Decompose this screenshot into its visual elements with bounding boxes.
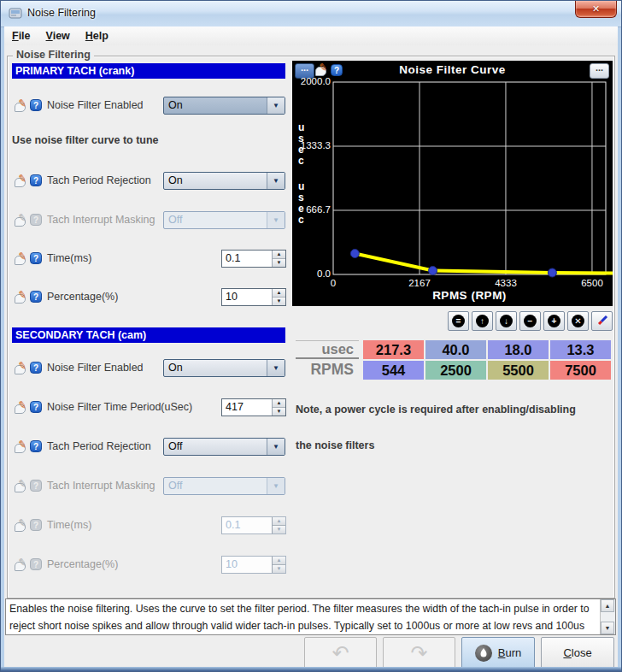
spin-up-icon: ▲ (273, 517, 285, 526)
edit-icon[interactable] (15, 100, 27, 112)
scroll-down-icon[interactable]: ▼ (601, 622, 614, 634)
shift-up-button[interactable]: ↑ (472, 311, 493, 331)
combo-value: On (168, 362, 183, 374)
row-primary-tach-interrupt-masking: ? Tach Interrupt Masking Off ▼ (12, 211, 290, 230)
help-icon: ? (30, 558, 42, 570)
curve-plot[interactable] (292, 61, 613, 306)
chevron-down-icon: ▼ (267, 360, 285, 376)
noise-filter-curve-chart[interactable]: Noise Filter Curve ... ? ... usec usec 2… (292, 61, 613, 306)
combo-value: On (168, 174, 183, 186)
spinner-value: 0.1 (226, 252, 240, 264)
arrow-down-icon: ↓ (500, 315, 513, 327)
menu-view[interactable]: View (38, 28, 78, 44)
usec-cell[interactable]: 13.3 (550, 340, 611, 359)
help-icon: ? (30, 214, 42, 226)
primary-time-spinner[interactable]: 0.1 ▲▼ (221, 250, 286, 268)
noise-filtering-window: Noise Filtering ✕ File View Help Noise F… (0, 0, 622, 672)
chevron-down-icon: ▼ (267, 439, 285, 455)
secondary-noise-filter-time-period-spinner[interactable]: 417 ▲▼ (221, 398, 286, 416)
close-label: Close (563, 646, 591, 659)
usec-cell[interactable]: 40.0 (425, 340, 486, 359)
primary-noise-filter-enabled-combo[interactable]: On ▼ (163, 97, 285, 115)
row-secondary-time: ? Time(ms) 0.1 ▲▼ (12, 516, 290, 535)
help-icon[interactable]: ? (30, 99, 42, 111)
help-icon: ? (30, 519, 42, 531)
edit-icon[interactable] (15, 253, 27, 265)
row-header-rpms: RPMS (296, 361, 359, 380)
edit-icon[interactable] (15, 292, 27, 304)
equalize-button[interactable]: = (448, 311, 469, 331)
decrement-button[interactable]: − (519, 311, 541, 331)
help-icon[interactable]: ? (30, 440, 42, 452)
clear-button[interactable]: ✕ (567, 311, 589, 331)
title-bar[interactable]: Noise Filtering ✕ (1, 1, 621, 27)
secondary-tach-interrupt-masking-combo: Off ▼ (163, 477, 285, 495)
close-icon: ✕ (592, 3, 600, 14)
x-tick: 6500 (566, 278, 618, 288)
edit-icon[interactable] (15, 363, 27, 374)
window-title: Noise Filtering (27, 7, 96, 19)
burn-label: Burn (498, 646, 521, 659)
help-icon[interactable]: ? (30, 291, 42, 303)
row-header-usec: usec (296, 340, 359, 359)
scroll-up-icon[interactable]: ▲ (601, 599, 614, 612)
spin-up-icon[interactable]: ▲ (273, 289, 285, 298)
help-icon[interactable]: ? (30, 252, 42, 264)
secondary-noise-filter-enabled-combo[interactable]: On ▼ (163, 359, 285, 377)
rpms-cell[interactable]: 5500 (488, 361, 549, 380)
burn-button[interactable]: Burn (461, 637, 535, 669)
field-label: Noise Filter Time Period(uSec) (47, 401, 192, 413)
spin-up-icon[interactable]: ▲ (273, 251, 285, 259)
spin-down-icon[interactable]: ▼ (273, 298, 285, 305)
rpms-cell[interactable]: 7500 (550, 361, 611, 380)
dialog-content: Noise Filtering PRIMARY TACH (crank) ? N… (4, 45, 618, 669)
combo-value: Off (168, 480, 182, 492)
combo-value: On (168, 99, 183, 111)
rpms-cell[interactable]: 2500 (425, 361, 486, 380)
description-box: Enables the noise filtering. Uses the cu… (5, 598, 616, 635)
spin-down-icon[interactable]: ▼ (273, 259, 285, 267)
x-tick: 4333 (480, 278, 531, 288)
help-icon[interactable]: ? (30, 362, 42, 374)
edit-icon[interactable] (15, 402, 27, 414)
usec-cell[interactable]: 18.0 (488, 340, 549, 359)
menu-file[interactable]: File (4, 28, 38, 44)
x-tick: 0 (308, 278, 359, 288)
close-window-button[interactable]: ✕ (575, 1, 617, 18)
help-icon[interactable]: ? (30, 174, 42, 186)
row-secondary-tach-period-rejection: ? Tach Period Rejection Off ▼ (12, 438, 290, 457)
field-label: Tach Period Rejection (47, 174, 151, 186)
x-tick: 2167 (394, 278, 445, 288)
chevron-down-icon: ▼ (267, 478, 285, 494)
primary-percentage-spinner[interactable]: 10 ▲▼ (221, 288, 286, 306)
help-icon[interactable]: ? (30, 401, 42, 413)
row-secondary-noise-filter-enabled: ? Noise Filter Enabled On ▼ (12, 359, 290, 378)
row-primary-percentage: ? Percentage(%) 10 ▲▼ (12, 288, 290, 307)
edit-values-button[interactable] (591, 311, 613, 331)
field-label: Time(ms) (47, 252, 91, 264)
edit-icon[interactable] (15, 175, 27, 187)
y-tick: 1333.3 (292, 140, 331, 150)
usec-cell[interactable]: 217.3 (363, 340, 424, 359)
combo-value: Off (168, 214, 182, 226)
row-primary-noise-filter-enabled: ? Noise Filter Enabled On ▼ (12, 97, 290, 115)
increment-button[interactable]: + (543, 311, 565, 331)
shift-down-button[interactable]: ↓ (496, 311, 517, 331)
edit-icon[interactable] (15, 441, 27, 453)
close-button[interactable]: Close (541, 637, 614, 669)
group-title: Noise Filtering (13, 49, 94, 61)
spin-up-icon: ▲ (273, 557, 285, 565)
menu-help[interactable]: Help (78, 28, 116, 44)
description-scrollbar[interactable]: ▲ ▼ (600, 599, 615, 634)
primary-tach-period-rejection-combo[interactable]: On ▼ (163, 172, 285, 190)
field-label: Noise Filter Enabled (47, 362, 144, 374)
spin-down-icon[interactable]: ▼ (273, 408, 285, 416)
row-primary-time: ? Time(ms) 0.1 ▲▼ (12, 250, 290, 268)
row-secondary-tach-interrupt-masking: ? Tach Interrupt Masking Off ▼ (12, 477, 290, 496)
spin-up-icon[interactable]: ▲ (273, 399, 285, 408)
rpms-cell[interactable]: 544 (363, 361, 424, 380)
row-secondary-noise-filter-time-period: ? Noise Filter Time Period(uSec) 417 ▲▼ (12, 398, 290, 417)
chevron-down-icon: ▼ (267, 97, 285, 114)
power-cycle-note-line1: Note, a power cycle is required after en… (296, 404, 576, 416)
secondary-tach-period-rejection-combo[interactable]: Off ▼ (163, 438, 285, 456)
